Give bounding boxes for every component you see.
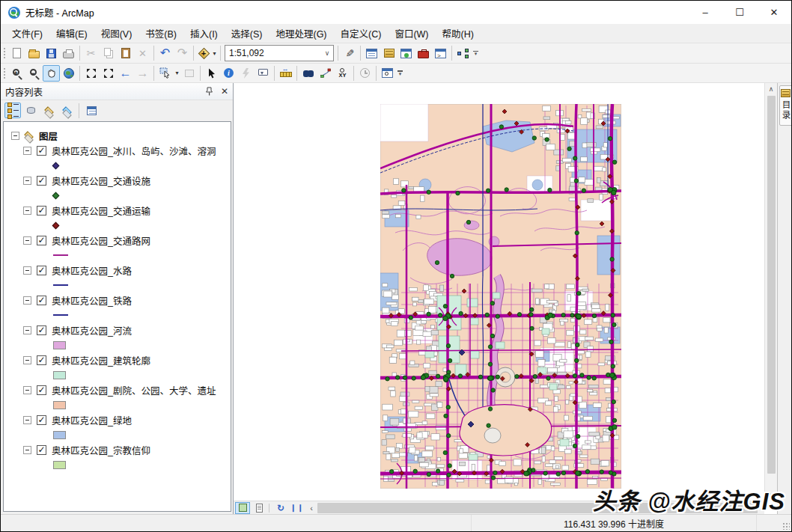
menu-geoprocessing[interactable]: 地理处理(G) — [269, 23, 333, 43]
collapse-icon[interactable] — [23, 326, 31, 334]
collapse-icon[interactable] — [23, 446, 31, 454]
table-of-contents-button[interactable] — [363, 45, 380, 61]
vertical-scroll-thumb[interactable] — [767, 96, 776, 474]
layer-row[interactable]: ✓奥林匹克公园_剧院、公园、大学、遗址 — [4, 382, 231, 397]
toc-options-button[interactable] — [83, 103, 100, 118]
copy-button[interactable] — [100, 45, 117, 61]
refresh-button[interactable]: ↻ — [273, 502, 288, 514]
layer-symbol-point[interactable] — [52, 192, 60, 199]
editor-toolbar-button[interactable]: ✎ — [341, 45, 358, 61]
arctoolbox-button[interactable] — [415, 45, 432, 61]
layer-symbol-line[interactable] — [53, 314, 68, 316]
menu-customize[interactable]: 自定义(C) — [334, 23, 389, 43]
layout-view-button[interactable] — [252, 502, 266, 514]
collapse-icon[interactable] — [23, 386, 31, 394]
close-button[interactable]: ✕ — [757, 1, 791, 24]
html-popup-button[interactable] — [255, 65, 272, 82]
redo-button[interactable]: ↷ — [174, 45, 191, 61]
find-route-button[interactable] — [317, 65, 334, 82]
pause-drawing-button[interactable]: ❙❙ — [290, 502, 305, 514]
maximize-button[interactable]: ☐ — [722, 1, 757, 24]
layer-row[interactable]: ✓奥林匹克公园_交通运输 — [4, 203, 231, 218]
scroll-left-icon[interactable]: ‹ — [306, 502, 317, 514]
fixed-zoom-in-button[interactable] — [82, 65, 100, 82]
full-extent-button[interactable] — [60, 65, 77, 82]
measure-button[interactable] — [277, 65, 294, 82]
toolbar-grip[interactable] — [2, 67, 6, 80]
save-button[interactable] — [43, 45, 60, 61]
pan-button[interactable] — [43, 65, 60, 82]
select-elements-button[interactable] — [203, 65, 220, 82]
resize-grip[interactable] — [782, 522, 790, 530]
layer-row[interactable]: ✓奥林匹克公园_建筑轮廓 — [4, 352, 231, 367]
find-button[interactable] — [299, 65, 317, 82]
layer-row[interactable]: ✓奥林匹克公园_绿地 — [4, 412, 231, 427]
viewer-window-button[interactable] — [379, 65, 396, 82]
select-features-dropdown[interactable]: ▾ — [174, 70, 180, 76]
add-data-dropdown[interactable]: ▾ — [211, 50, 218, 57]
toolbar-overflow-button[interactable]: ▾ — [397, 70, 403, 76]
go-forward-extent-button[interactable]: → — [134, 65, 151, 82]
layer-symbol-fill[interactable] — [53, 341, 66, 349]
layer-symbol-line[interactable] — [53, 284, 68, 286]
layer-row[interactable]: ✓奥林匹克公园_宗教信仰 — [4, 442, 231, 457]
collapse-icon[interactable] — [23, 296, 31, 305]
layer-checkbox[interactable]: ✓ — [37, 296, 46, 305]
print-button[interactable] — [60, 45, 77, 61]
layer-row[interactable]: ✓奥林匹克公园_冰川、岛屿、沙滩、溶洞 — [4, 143, 231, 158]
layer-checkbox[interactable]: ✓ — [37, 266, 46, 275]
layer-checkbox[interactable]: ✓ — [37, 415, 46, 425]
list-by-selection-button[interactable] — [58, 103, 75, 118]
collapse-icon[interactable] — [23, 416, 31, 424]
go-back-extent-button[interactable]: ← — [117, 65, 134, 82]
identify-button[interactable]: i — [220, 65, 237, 82]
search-window-button[interactable] — [397, 45, 415, 61]
add-data-button[interactable]: + — [196, 45, 211, 61]
layer-checkbox[interactable]: ✓ — [37, 146, 46, 156]
list-by-drawing-order-button[interactable] — [4, 103, 21, 118]
layer-checkbox[interactable]: ✓ — [37, 236, 46, 245]
map-canvas[interactable] — [234, 83, 764, 501]
collapse-icon[interactable] — [11, 132, 19, 140]
catalog-tab[interactable]: 目录 — [779, 85, 792, 126]
layer-checkbox[interactable]: ✓ — [37, 176, 46, 186]
layer-symbol-fill[interactable] — [53, 461, 66, 469]
layer-symbol-point[interactable] — [52, 221, 60, 229]
layer-row[interactable]: ✓奥林匹克公园_铁路 — [4, 293, 231, 308]
menu-window[interactable]: 窗口(W) — [388, 23, 435, 43]
menu-help[interactable]: 帮助(H) — [436, 23, 481, 43]
menu-selection[interactable]: 选择(S) — [225, 23, 269, 43]
list-by-source-button[interactable] — [22, 103, 39, 118]
zoom-out-button[interactable]: − — [25, 65, 43, 82]
minimize-button[interactable]: – — [688, 1, 722, 24]
map-scale-combo[interactable]: 1:51,092 ∨ — [225, 45, 334, 61]
menu-view[interactable]: 视图(V) — [94, 23, 139, 43]
layer-symbol-fill[interactable] — [53, 401, 66, 409]
menu-file[interactable]: 文件(F) — [5, 23, 49, 43]
layer-symbol-point[interactable] — [52, 162, 60, 169]
layer-symbol-line[interactable] — [53, 254, 68, 256]
layer-row[interactable]: ✓奥林匹克公园_交通路网 — [4, 233, 231, 248]
collapse-icon[interactable] — [23, 207, 31, 215]
layer-checkbox[interactable]: ✓ — [37, 325, 46, 335]
menu-edit[interactable]: 编辑(E) — [49, 23, 94, 43]
go-to-xy-button[interactable]: XY — [334, 65, 351, 82]
close-panel-icon[interactable]: ✕ — [221, 86, 228, 97]
scroll-up-icon[interactable]: ∧ — [765, 83, 778, 95]
python-window-button[interactable]: > — [432, 45, 449, 61]
layer-row[interactable]: ✓奥林匹克公园_水路 — [4, 263, 231, 278]
data-view-button[interactable] — [235, 502, 250, 514]
collapse-icon[interactable] — [23, 356, 31, 364]
model-builder-button[interactable] — [454, 45, 472, 61]
layer-symbol-fill[interactable] — [53, 371, 66, 379]
menu-insert[interactable]: 插入(I) — [183, 23, 225, 43]
catalog-button[interactable] — [380, 45, 397, 61]
paste-button[interactable] — [117, 45, 134, 61]
open-button[interactable] — [25, 45, 43, 61]
tree-root-row[interactable]: 图层 — [4, 128, 231, 143]
toolbar-grip[interactable] — [2, 46, 6, 60]
layer-checkbox[interactable]: ✓ — [37, 355, 46, 365]
collapse-icon[interactable] — [23, 236, 31, 245]
fixed-zoom-out-button[interactable] — [100, 65, 117, 82]
collapse-icon[interactable] — [23, 177, 31, 185]
